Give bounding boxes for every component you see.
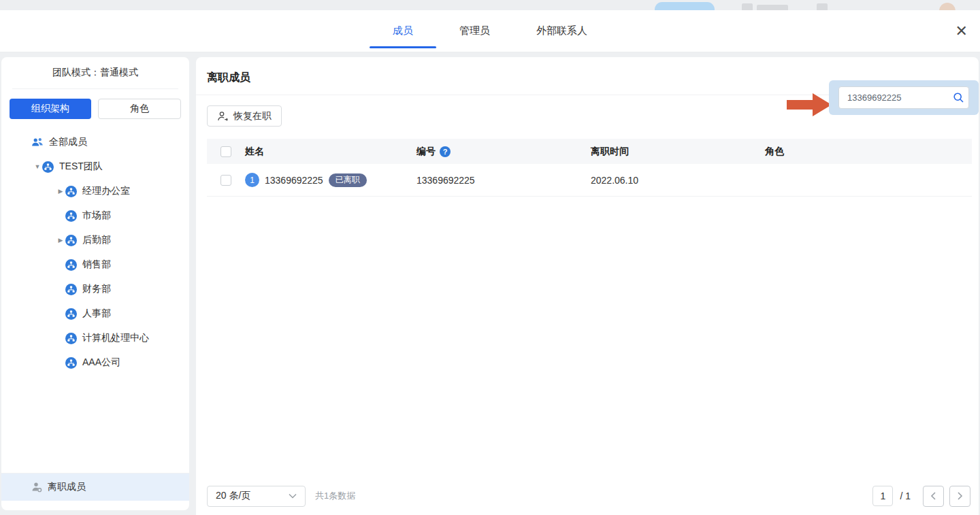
search-input[interactable]	[839, 93, 948, 103]
col-header-name: 姓名	[245, 146, 264, 158]
background-icon	[742, 3, 753, 10]
tree-item-label: 全部成员	[49, 136, 87, 148]
tree-item-dept[interactable]: AAA公司	[1, 350, 189, 375]
org-node-icon	[65, 235, 77, 246]
tree-item-label: 市场部	[82, 210, 111, 222]
tree-item-dept[interactable]: 销售部	[1, 252, 189, 277]
tree-item-all-members[interactable]: 全部成员	[1, 130, 189, 154]
prev-page-button[interactable]	[923, 486, 944, 507]
caret-right-icon[interactable]: ▶	[56, 188, 65, 195]
mode-buttons: 组织架构 角色	[1, 89, 189, 126]
select-all-checkbox[interactable]	[220, 146, 231, 157]
role-button[interactable]: 角色	[98, 99, 181, 119]
restore-employment-button[interactable]: 恢复在职	[207, 105, 282, 127]
page-size-select[interactable]: 20 条/页	[207, 486, 306, 507]
tree-item-label: TEST团队	[59, 161, 103, 173]
org-node-icon	[65, 259, 77, 271]
next-page-button[interactable]	[949, 486, 970, 507]
org-node-icon	[65, 308, 77, 320]
member-name: 13369692225	[265, 175, 323, 186]
people-group-icon	[31, 137, 44, 148]
tree-item-dept[interactable]: 市场部	[1, 203, 189, 228]
row-checkbox[interactable]	[220, 175, 231, 186]
search-highlight-annotation	[829, 80, 979, 115]
pager: 1 / 1	[872, 486, 970, 507]
tab-bar: 成员 管理员 外部联系人	[0, 10, 980, 52]
tab-members[interactable]: 成员	[370, 10, 436, 52]
table-row[interactable]: 1 13369692225 已离职 13369692225 2022.06.10	[207, 164, 972, 197]
org-node-icon	[65, 333, 77, 344]
org-node-icon	[65, 186, 77, 197]
tree-item-label: 人事部	[82, 308, 111, 320]
org-structure-button[interactable]: 组织架构	[10, 99, 91, 119]
chevron-down-icon	[289, 493, 297, 499]
tree-item-label: 财务部	[82, 283, 111, 295]
tree-item-label: 经理办公室	[82, 185, 130, 197]
col-header-number: 编号	[416, 146, 436, 158]
tree-item-dept[interactable]: 财务部	[1, 277, 189, 301]
modal-header: 成员 管理员 外部联系人 ✕	[0, 10, 980, 52]
table-header-row: 姓名 编号 ? 离职时间 角色	[207, 139, 972, 164]
col-header-role: 角色	[765, 146, 784, 156]
restore-button-label: 恢复在职	[233, 110, 272, 122]
close-icon[interactable]: ✕	[956, 24, 968, 39]
departure-date: 2022.06.10	[591, 175, 638, 186]
tree-item-label: 计算机处理中心	[82, 332, 149, 344]
avatar: 1	[245, 173, 259, 187]
tab-external-contacts-label: 外部联系人	[536, 24, 587, 37]
org-node-icon	[65, 284, 77, 295]
departed-person-icon	[31, 482, 42, 493]
org-node-icon	[42, 161, 54, 173]
chevron-left-icon	[930, 492, 936, 500]
tree-item-dept[interactable]: 人事部	[1, 301, 189, 326]
background-blue-button	[655, 2, 715, 10]
tab-members-label: 成员	[393, 24, 413, 37]
tree-item-label: AAA公司	[82, 356, 120, 369]
tree-item-dept[interactable]: 计算机处理中心	[1, 326, 189, 350]
tree-item-label: 销售部	[82, 259, 111, 271]
background-page-strip	[0, 0, 980, 10]
tab-admins-label: 管理员	[459, 24, 490, 37]
sidebar-bottom: 离职成员	[1, 473, 189, 501]
tab-admins[interactable]: 管理员	[436, 10, 513, 52]
page-size-value: 20 条/页	[216, 490, 250, 502]
tree-item-label: 后勤部	[82, 234, 111, 246]
org-tree: 全部成员 ▼ TEST团队 ▶ 经理办公室 市场部 ▶	[1, 126, 189, 375]
caret-down-icon[interactable]: ▼	[33, 163, 42, 170]
status-badge: 已离职	[329, 173, 367, 187]
background-text	[757, 5, 788, 10]
tab-external-contacts[interactable]: 外部联系人	[513, 10, 610, 52]
total-count-label: 共1条数据	[315, 490, 355, 502]
search-icon[interactable]	[948, 92, 968, 103]
departed-members-table: 姓名 编号 ? 离职时间 角色 1 13369692225 已离职 133696…	[207, 139, 972, 197]
annotation-arrow	[787, 93, 832, 117]
team-mode-label: 团队模式：普通模式	[1, 57, 189, 88]
col-header-departure-time: 离职时间	[591, 146, 629, 156]
restore-person-icon	[217, 111, 229, 122]
caret-right-icon[interactable]: ▶	[56, 237, 65, 244]
org-node-icon	[65, 210, 77, 222]
departed-label: 离职成员	[48, 481, 86, 493]
member-number: 13369692225	[416, 175, 475, 186]
sidebar: 团队模式：普通模式 组织架构 角色 全部成员 ▼ TEST团队 ▶ 经理办公室	[1, 57, 189, 510]
help-icon[interactable]: ?	[440, 146, 451, 157]
pagination-bar: 20 条/页 共1条数据 1 / 1	[196, 477, 979, 515]
main-panel: 离职成员 恢复在职 姓名 编号	[196, 57, 979, 515]
background-icon	[817, 3, 828, 10]
org-node-icon	[65, 357, 77, 369]
sidebar-item-departed-members[interactable]: 离职成员	[1, 474, 189, 501]
active-tab-underline	[370, 46, 436, 48]
search-box	[838, 86, 969, 109]
tree-item-dept[interactable]: ▶ 后勤部	[1, 228, 189, 252]
tree-item-dept[interactable]: ▶ 经理办公室	[1, 179, 189, 203]
tree-item-team-root[interactable]: ▼ TEST团队	[1, 154, 189, 179]
toolbar: 恢复在职	[196, 95, 979, 139]
total-pages-label: / 1	[900, 491, 911, 501]
current-page-box[interactable]: 1	[872, 486, 893, 506]
background-avatar	[939, 3, 956, 10]
chevron-right-icon	[957, 492, 963, 500]
